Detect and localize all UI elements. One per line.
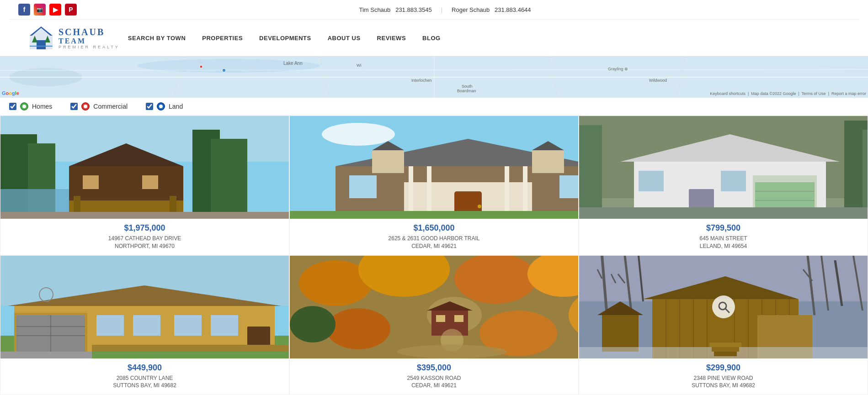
svg-text:Grayling ⊕: Grayling ⊕ [608, 67, 628, 71]
property-price-6: $299,900 [584, 363, 863, 373]
svg-line-146 [725, 309, 729, 312]
svg-point-55 [478, 205, 481, 208]
roger-contact: Roger Schaub 231.883.4644 [452, 6, 531, 13]
svg-rect-33 [142, 175, 158, 189]
nav-search-by-town[interactable]: SEARCH BY TOWN [120, 31, 194, 45]
property-price-1: $1,975,000 [5, 223, 284, 233]
nav-developments[interactable]: DEVELOPMENTS [251, 31, 320, 45]
homes-filter[interactable]: Homes [9, 102, 52, 111]
homes-dot [20, 102, 28, 111]
property-price-2: $1,650,000 [294, 223, 574, 233]
svg-rect-45 [372, 150, 404, 173]
property-image-5 [290, 256, 578, 358]
svg-text:Interlochen: Interlochen [411, 78, 432, 83]
svg-rect-144 [714, 352, 737, 356]
tim-contact: Tim Schaub 231.883.3545 [359, 6, 431, 13]
svg-rect-110 [436, 315, 445, 322]
commercial-filter[interactable]: Commercial [70, 102, 128, 111]
svg-point-41 [322, 123, 395, 146]
property-address-3: 645 MAIN STREET LELAND, MI 49654 [584, 235, 863, 250]
svg-rect-76 [721, 171, 746, 191]
property-card-4[interactable]: $449,900 2085 COUNTRY LANE SUTTONS BAY, … [0, 255, 289, 395]
svg-rect-65 [579, 125, 602, 216]
property-image-1 [0, 116, 289, 219]
svg-rect-57 [559, 175, 578, 198]
property-image-4 [0, 256, 289, 358]
svg-rect-93 [92, 345, 288, 352]
property-card-6[interactable]: $299,900 2348 PINE VIEW ROAD SUTTONS BAY… [579, 255, 868, 395]
instagram-icon[interactable]: 📷 [34, 4, 46, 16]
properties-grid: $1,975,000 14967 CATHEAD BAY DRIVE NORTH… [0, 116, 868, 395]
svg-rect-39 [0, 212, 289, 219]
svg-rect-67 [863, 130, 868, 219]
svg-rect-52 [505, 166, 509, 219]
filter-bar: Homes Commercial Land [0, 98, 868, 116]
map-attribution: Keyboard shortcuts | Map data ©2022 Goog… [710, 91, 866, 96]
svg-point-102 [326, 308, 390, 349]
property-price-4: $449,900 [5, 363, 284, 373]
svg-rect-111 [454, 315, 463, 322]
svg-rect-77 [579, 207, 868, 219]
property-card-3[interactable]: $799,500 645 MAIN STREET LELAND, MI 4965… [579, 116, 868, 255]
property-image-3 [579, 116, 868, 219]
svg-rect-142 [709, 342, 741, 347]
property-address-2: 2625 & 2631 GOOD HARBOR TRAIL CEDAR, MI … [294, 235, 574, 250]
svg-point-105 [290, 306, 335, 342]
svg-point-23 [222, 68, 226, 72]
google-logo: Google [2, 90, 19, 96]
nav-about-us[interactable]: ABOUT US [320, 31, 369, 45]
svg-rect-89 [133, 315, 160, 336]
svg-rect-50 [409, 166, 413, 219]
pinterest-icon[interactable]: P [65, 4, 77, 16]
property-card-2[interactable]: $1,650,000 2625 & 2631 GOOD HARBOR TRAIL… [289, 116, 579, 255]
youtube-icon[interactable]: ▶ [49, 4, 61, 16]
search-overlay-icon[interactable] [712, 295, 735, 318]
svg-text:South: South [462, 84, 473, 89]
nav-reviews[interactable]: REVIEWS [369, 31, 414, 45]
land-dot [157, 102, 165, 111]
property-image-6 [579, 256, 868, 358]
svg-point-24 [200, 65, 202, 68]
property-card-1[interactable]: $1,975,000 14967 CATHEAD BAY DRIVE NORTH… [0, 116, 289, 255]
svg-rect-34 [69, 200, 183, 212]
property-address-1: 14967 CATHEAD BAY DRIVE NORTHPORT, MI 49… [5, 235, 284, 250]
svg-rect-95 [0, 352, 92, 358]
homes-checkbox[interactable] [9, 103, 16, 110]
svg-rect-56 [349, 175, 377, 198]
property-image-2 [290, 116, 578, 219]
property-price-3: $799,500 [584, 223, 863, 233]
svg-rect-91 [211, 315, 238, 336]
nav-properties[interactable]: PROPERTIES [194, 31, 251, 45]
property-address-6: 2348 PINE VIEW ROAD SUTTONS BAY, MI 4968… [584, 374, 863, 390]
land-filter[interactable]: Land [146, 102, 183, 111]
commercial-checkbox[interactable] [70, 103, 78, 110]
land-checkbox[interactable] [146, 103, 153, 110]
facebook-icon[interactable]: f [18, 4, 30, 16]
svg-rect-90 [174, 315, 202, 336]
logo[interactable]: SCHAUB TEAM PREMIER REALTY [27, 24, 120, 52]
commercial-dot [81, 102, 90, 111]
svg-point-113 [397, 345, 507, 358]
svg-text:Wildwood: Wildwood [649, 78, 667, 83]
svg-text:Lake Ann: Lake Ann [283, 61, 303, 66]
svg-rect-75 [639, 171, 664, 191]
svg-rect-60 [290, 211, 578, 219]
svg-rect-2 [37, 40, 46, 49]
svg-text:Wi: Wi [357, 63, 362, 68]
svg-text:Boardman: Boardman [457, 89, 476, 93]
property-address-4: 2085 COUNTRY LANE SUTTONS BAY, MI 49682 [5, 374, 284, 390]
map-section: Lake Ann Wi Interlochen South Boardman G… [0, 57, 868, 98]
svg-rect-38 [211, 139, 247, 219]
svg-rect-51 [427, 166, 431, 219]
svg-rect-32 [83, 175, 99, 189]
svg-point-100 [454, 256, 537, 304]
svg-rect-35 [74, 196, 80, 212]
property-address-5: 2549 KASSON ROAD CEDAR, MI 49621 [294, 374, 574, 390]
svg-rect-47 [532, 150, 564, 173]
property-price-5: $395,000 [294, 363, 574, 373]
property-card-5[interactable]: $395,000 2549 KASSON ROAD CEDAR, MI 4962… [289, 255, 579, 395]
svg-rect-139 [602, 315, 639, 352]
nav-blog[interactable]: BLOG [414, 31, 449, 45]
svg-rect-36 [170, 196, 176, 212]
svg-rect-88 [96, 315, 124, 336]
